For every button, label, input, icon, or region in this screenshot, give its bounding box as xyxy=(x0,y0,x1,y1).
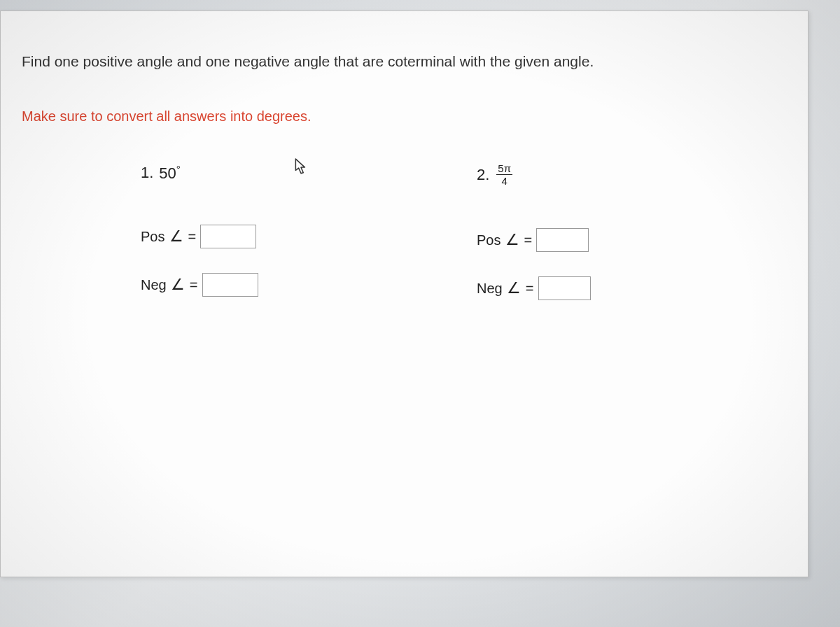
conversion-note: Make sure to convert all answers into de… xyxy=(22,108,787,125)
angle-icon: ∠ xyxy=(169,227,183,245)
worksheet-page: Find one positive angle and one negative… xyxy=(0,10,808,577)
problem-2-header: 2. 5π 4 xyxy=(477,163,757,186)
problem-1-header: 1. 50° xyxy=(141,163,421,183)
problem-1-neg-input[interactable] xyxy=(202,273,258,297)
equals-text: = xyxy=(184,229,196,244)
problem-2-pos-input[interactable] xyxy=(536,228,589,252)
angle-icon: ∠ xyxy=(505,231,519,248)
problem-1-number: 1. xyxy=(141,164,153,182)
problem-1-pos-input[interactable] xyxy=(200,225,256,248)
equals-text: = xyxy=(186,277,197,293)
problem-1-angle-value: 50 xyxy=(159,164,176,182)
fraction-denominator: 4 xyxy=(500,175,509,186)
degree-symbol: ° xyxy=(176,163,181,175)
problem-1-pos-label: Pos ∠ = xyxy=(141,227,196,246)
problem-2-number: 2. xyxy=(477,166,489,184)
problem-2-neg-row: Neg ∠ = xyxy=(477,276,757,300)
problem-1-angle: 50° xyxy=(159,163,181,183)
problems-container: 1. 50° Pos ∠ = Neg ∠ = 2. xyxy=(22,163,787,325)
problem-2-neg-label: Neg ∠ = xyxy=(477,279,534,297)
angle-icon: ∠ xyxy=(171,276,185,293)
problem-1: 1. 50° Pos ∠ = Neg ∠ = xyxy=(141,163,421,325)
instruction-text: Find one positive angle and one negative… xyxy=(22,53,787,70)
problem-2: 2. 5π 4 Pos ∠ = Neg ∠ = xyxy=(477,163,757,325)
problem-2-fraction: 5π 4 xyxy=(496,163,512,186)
angle-icon: ∠ xyxy=(507,279,521,297)
neg-text: Neg xyxy=(477,281,506,296)
equals-text: = xyxy=(520,232,532,248)
equals-text: = xyxy=(522,281,533,296)
problem-1-neg-row: Neg ∠ = xyxy=(141,273,421,297)
problem-2-neg-input[interactable] xyxy=(538,276,591,300)
problem-1-neg-label: Neg ∠ = xyxy=(141,276,198,294)
problem-2-pos-row: Pos ∠ = xyxy=(477,228,757,252)
problem-1-pos-row: Pos ∠ = xyxy=(141,225,421,248)
fraction-numerator: 5π xyxy=(496,163,512,175)
problem-2-pos-label: Pos ∠ = xyxy=(477,231,532,249)
pos-text: Pos xyxy=(141,229,169,244)
neg-text: Neg xyxy=(141,277,170,293)
pos-text: Pos xyxy=(477,232,505,248)
